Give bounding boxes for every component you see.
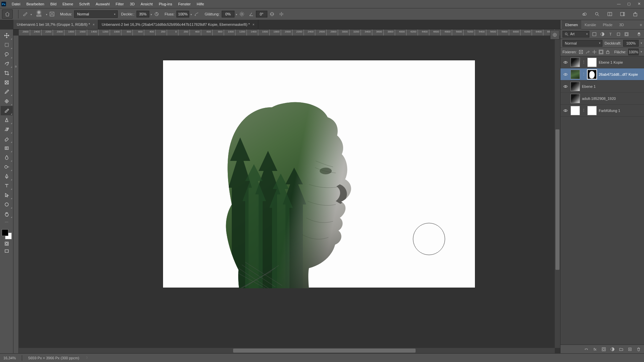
brush-preset-picker[interactable]: 698 [33, 9, 45, 19]
crop-tool[interactable] [1, 68, 13, 78]
layer-name[interactable]: Ebene 1 [582, 84, 642, 88]
delete-layer-icon[interactable] [636, 347, 641, 352]
type-tool[interactable] [1, 181, 13, 190]
layer-thumbnail[interactable] [571, 58, 580, 67]
lasso-tool[interactable] [1, 50, 13, 59]
document-tab-1[interactable]: Unbenannt-1 bei 18,7% (Gruppe 1, RGB/8) … [13, 20, 98, 29]
marquee-tool[interactable] [1, 40, 13, 50]
pressure-size-icon[interactable] [268, 10, 276, 18]
lock-image-icon[interactable] [585, 49, 590, 55]
angle-field[interactable]: 0° [256, 11, 267, 17]
flow-chevron-icon[interactable] [189, 12, 192, 16]
layer-visibility-toggle[interactable] [562, 60, 569, 65]
cloud-docs-icon[interactable] [580, 10, 588, 18]
horizontal-scrollbar[interactable] [19, 348, 555, 353]
move-tool[interactable] [1, 31, 13, 40]
layer-mask-thumbnail[interactable] [587, 70, 597, 79]
layer-mask-thumbnail[interactable] [587, 58, 597, 67]
layer-thumbnail[interactable] [571, 94, 580, 103]
maximize-icon[interactable]: ▢ [626, 1, 632, 7]
layer-name[interactable]: Ebene 1 Kopie [599, 60, 642, 64]
new-adjustment-layer-icon[interactable] [610, 347, 615, 352]
layer-filter-type[interactable]: Art ▾ [562, 31, 589, 38]
path-selection-tool[interactable] [1, 190, 13, 200]
layer-name[interactable]: Farbfüllung 1 [599, 109, 642, 113]
share-icon[interactable] [631, 10, 639, 18]
link-layers-icon[interactable] [584, 347, 589, 352]
lock-all-icon[interactable] [605, 49, 610, 55]
eraser-tool[interactable] [1, 134, 13, 143]
canvas-viewport[interactable] [19, 36, 560, 353]
color-swatches[interactable] [1, 229, 12, 240]
menu-3d[interactable]: 3D [127, 0, 138, 8]
layer-opacity-field[interactable]: 100% [623, 40, 639, 47]
close-tab-2-icon[interactable]: × [253, 23, 255, 26]
gradient-tool[interactable] [1, 143, 13, 153]
menu-type[interactable]: Schrift [76, 0, 93, 8]
horizontal-scroll-thumb[interactable] [233, 349, 415, 353]
panel-menu-icon[interactable]: ≡ [640, 23, 642, 27]
filter-pixel-icon[interactable] [591, 31, 597, 37]
foreground-color-swatch[interactable] [2, 229, 8, 236]
layer-row[interactable]: Ebene 1 [560, 80, 644, 93]
filter-adjustment-icon[interactable] [599, 31, 605, 37]
zoom-level[interactable]: 16,34% [3, 356, 16, 360]
layer-name[interactable]: adult-1852908_1920 [582, 97, 642, 101]
tool-preset-chevron-icon[interactable] [29, 12, 32, 16]
filter-type-icon[interactable]: T [607, 31, 613, 37]
opacity-chevron-icon[interactable] [149, 12, 152, 16]
layer-thumbnail[interactable] [571, 70, 580, 79]
add-mask-icon[interactable] [601, 347, 606, 352]
quick-mask-icon[interactable] [1, 240, 13, 247]
menu-file[interactable]: Datei [9, 0, 23, 8]
lock-position-icon[interactable] [592, 49, 597, 55]
screen-mode-icon[interactable] [1, 247, 13, 255]
history-brush-tool[interactable] [1, 125, 13, 134]
lock-transparent-icon[interactable] [579, 49, 583, 55]
document-dimensions[interactable]: 5659 Px × 3966 Px (300 ppcm) [28, 356, 79, 360]
vertical-scroll-thumb[interactable] [555, 129, 559, 270]
filter-toggle-switch[interactable] [636, 31, 642, 37]
menu-image[interactable]: Bild [47, 0, 59, 8]
tab-3d[interactable]: 3D [616, 20, 627, 29]
layer-row[interactable]: adult-1852908_1920 [560, 93, 644, 105]
collapsed-panel-icon[interactable] [550, 30, 559, 40]
document-canvas[interactable] [163, 60, 475, 288]
layer-mask-link-icon[interactable]: ⋮ [582, 60, 585, 64]
brush-tool[interactable] [1, 106, 13, 115]
current-tool-brush-icon[interactable] [21, 10, 29, 18]
menu-plugins[interactable]: Plug-ins [156, 0, 175, 8]
flow-field[interactable]: 100% [176, 11, 189, 17]
new-layer-icon[interactable] [627, 347, 633, 352]
menu-filter[interactable]: Filter [113, 0, 127, 8]
blur-tool[interactable] [1, 153, 13, 162]
layer-list[interactable]: ⋮Ebene 1 Kopie⋮26ab471dd8...df7 KopieEbe… [560, 56, 644, 345]
clone-stamp-tool[interactable] [1, 115, 13, 125]
brush-preset-chevron-icon[interactable] [45, 12, 47, 16]
layer-visibility-toggle[interactable] [562, 108, 569, 113]
menu-edit[interactable]: Bearbeiten [23, 0, 47, 8]
smoothing-chevron-icon[interactable] [234, 12, 237, 16]
smoothing-field[interactable]: 0% [222, 11, 234, 17]
search-icon[interactable] [593, 10, 601, 18]
angle-icon[interactable] [247, 10, 255, 18]
layer-thumbnail[interactable] [571, 106, 580, 115]
layer-visibility-toggle[interactable] [562, 72, 569, 77]
layer-style-icon[interactable]: fx [592, 347, 598, 352]
brush-settings-panel-icon[interactable] [48, 10, 56, 18]
layer-mask-link-icon[interactable]: ⋮ [582, 108, 585, 113]
hand-tool[interactable] [1, 209, 13, 219]
layer-blend-mode-dropdown[interactable]: Normal [562, 40, 602, 47]
filter-smart-icon[interactable] [624, 31, 630, 37]
vertical-ruler[interactable]: 0 [13, 36, 19, 353]
smoothing-options-gear-icon[interactable] [238, 10, 246, 18]
blend-mode-dropdown[interactable]: Normal [74, 10, 118, 18]
airbrush-icon[interactable] [193, 10, 201, 18]
layer-row[interactable]: ⋮Farbfüllung 1 [560, 105, 644, 117]
layer-name[interactable]: 26ab471dd8...df7 Kopie [599, 72, 642, 76]
home-button[interactable] [2, 9, 13, 19]
menu-help[interactable]: Hilfe [194, 0, 207, 8]
layer-mask-thumbnail[interactable] [587, 106, 597, 115]
quick-selection-tool[interactable] [1, 59, 13, 68]
arrange-documents-icon[interactable] [606, 10, 614, 18]
